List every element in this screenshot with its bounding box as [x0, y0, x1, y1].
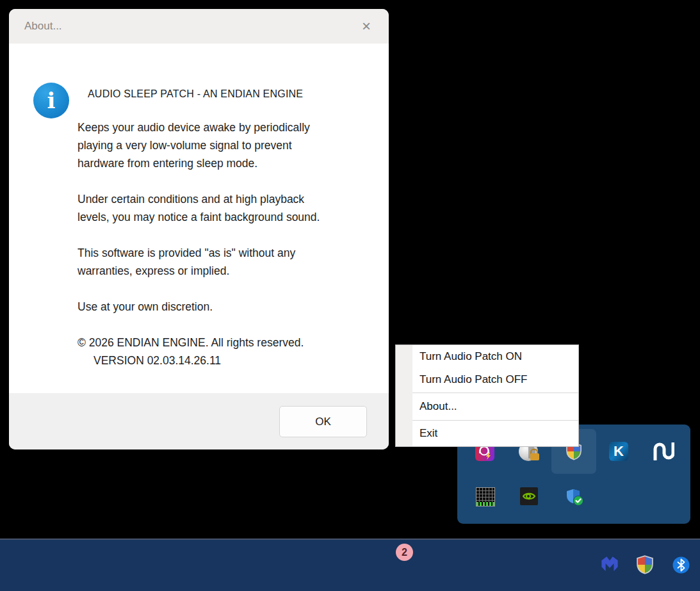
dialog-heading: AUDIO SLEEP PATCH - AN ENDIAN ENGINE: [88, 88, 303, 100]
k-app-icon[interactable]: K: [609, 442, 628, 461]
menu-item-exit[interactable]: Exit: [412, 421, 578, 446]
menu-item-about[interactable]: About...: [412, 394, 578, 419]
paragraph: Use at your own discretion.: [77, 298, 378, 316]
about-dialog: About... × i AUDIO SLEEP PATCH - AN ENDI…: [9, 9, 389, 449]
tray-context-menu: Turn Audio Patch ON Turn Audio Patch OFF…: [395, 344, 579, 447]
dialog-footer: OK: [9, 393, 389, 449]
k-app-letter: K: [614, 443, 624, 460]
dialog-title: About...: [24, 20, 355, 33]
dialog-body-text: Keeps your audio device awake by periodi…: [77, 118, 378, 387]
windows-security-icon[interactable]: [565, 487, 584, 506]
notification-badge[interactable]: 2: [396, 544, 413, 561]
bluetooth-icon[interactable]: [672, 556, 690, 576]
info-icon: i: [33, 83, 69, 118]
menu-separator: [412, 420, 578, 421]
dialog-titlebar[interactable]: About... ×: [9, 9, 389, 44]
windows-defender-shield-icon[interactable]: [635, 555, 655, 577]
menu-separator: [412, 393, 578, 393]
paragraph: This software is provided "as is" withou…: [77, 244, 378, 280]
menu-gutter: [396, 345, 412, 446]
info-icon-letter: i: [47, 88, 56, 113]
version-line: VERSION 02.03.14.26.11: [77, 352, 378, 369]
dialog-content: i AUDIO SLEEP PATCH - AN ENDIAN ENGINE K…: [9, 44, 389, 393]
malwarebytes-icon[interactable]: [599, 555, 620, 578]
close-icon[interactable]: ×: [355, 15, 377, 37]
menu-item-turn-on[interactable]: Turn Audio Patch ON: [412, 345, 578, 368]
grid-meter-icon[interactable]: [476, 487, 495, 506]
copyright-line: © 2026 ENDIAN ENGINE. All rights reserve…: [77, 334, 378, 352]
wave-app-icon[interactable]: [653, 442, 674, 460]
notification-count: 2: [402, 547, 407, 558]
nvidia-icon[interactable]: [520, 487, 538, 505]
paragraph: Under certain conditions and at high pla…: [77, 190, 378, 226]
copyright-block: © 2026 ENDIAN ENGINE. All rights reserve…: [77, 334, 378, 369]
ok-button[interactable]: OK: [279, 406, 367, 437]
paragraph: Keeps your audio device awake by periodi…: [77, 118, 378, 172]
taskbar: [0, 538, 700, 591]
menu-item-turn-off[interactable]: Turn Audio Patch OFF: [412, 368, 578, 391]
